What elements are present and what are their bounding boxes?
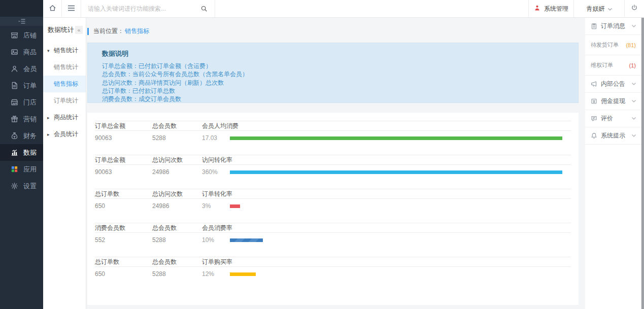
chevron-down-icon — [632, 25, 636, 27]
primary-nav-menu: 店铺商品会员订单门店营销财务数据应用设置 — [0, 26, 43, 194]
storefront-icon — [11, 31, 18, 39]
submenu-item-label: 商品统计 — [54, 113, 78, 122]
panel-item-维权订单[interactable]: 维权订单(1) — [585, 55, 641, 76]
metric-value: 5288 — [152, 270, 202, 278]
panel-label: 内部公告 — [601, 80, 628, 88]
sidebar-item-shop[interactable]: 店铺 — [0, 27, 43, 44]
metric-column-header: 总会员数 — [152, 258, 202, 266]
metrics-card: 订单总金额总会员数会员人均消费90063528817.03订单总金额总访问次数访… — [87, 113, 579, 305]
metric-bar — [230, 238, 263, 242]
caret-right-icon: ▸ — [47, 132, 51, 137]
page-scrollbar[interactable] — [641, 0, 644, 309]
metric-group: 总订单数总会员数订单购买率650528812% — [95, 257, 571, 279]
submenu-item-销售指标[interactable]: 销售指标 — [43, 76, 86, 92]
sidebar-item-marketing[interactable]: 营销 — [0, 111, 43, 127]
metric-column-header: 总访问次数 — [152, 156, 202, 164]
panel-count-badge: (81) — [626, 42, 636, 48]
panel-section-内部公告[interactable]: 内部公告 — [585, 76, 641, 93]
hamburger-icon — [67, 4, 75, 13]
metric-value: 5288 — [152, 134, 202, 142]
panel-section-评价[interactable]: 评价 — [585, 110, 641, 127]
sidebar-item-label: 订单 — [23, 81, 37, 90]
submenu-item-label: 销售指标 — [54, 80, 78, 88]
metric-value: 360% — [202, 168, 230, 176]
metric-value: 90063 — [95, 134, 152, 142]
panel-label: 待发货订单 — [591, 41, 626, 49]
metric-group: 总订单数总访问次数订单转化率650249863% — [95, 189, 571, 211]
sidebar-item-goods[interactable]: 商品 — [0, 44, 43, 60]
submenu-item-销售统计[interactable]: 销售统计 — [43, 59, 86, 76]
scrollbar-thumb[interactable] — [641, 0, 644, 309]
megaphone-icon — [591, 81, 597, 87]
breadcrumb-current-link[interactable]: 销售指标 — [125, 27, 149, 36]
panel-label: 订单消息 — [601, 22, 628, 30]
logout-button[interactable] — [624, 0, 644, 17]
sidebar-collapse-button[interactable] — [0, 17, 43, 26]
metric-group: 订单总金额总会员数会员人均消费90063528817.03 — [95, 121, 571, 143]
sidebar-item-orders[interactable]: 订单 — [0, 77, 43, 94]
submenu-item-会员统计[interactable]: ▸会员统计 — [43, 126, 86, 143]
store-icon — [11, 98, 18, 106]
submenu-item-label: 会员统计 — [54, 130, 78, 139]
system-admin-button[interactable]: 系统管理 — [528, 0, 573, 17]
user-icon — [11, 65, 18, 73]
sidebar-item-label: 设置 — [23, 182, 37, 191]
panel-section-订单消息[interactable]: 订单消息 — [585, 18, 641, 35]
metric-bar — [230, 204, 240, 208]
metric-column-header: 会员消费率 — [202, 224, 230, 232]
metric-column-header: 访问转化率 — [202, 156, 230, 164]
sidebar-item-members[interactable]: 会员 — [0, 60, 43, 77]
sidebar-item-label: 门店 — [23, 98, 37, 107]
metric-value: 24986 — [152, 202, 202, 210]
submenu-item-订单统计[interactable]: 订单统计 — [43, 92, 86, 109]
submenu-item-销售统计[interactable]: ▾销售统计 — [43, 42, 86, 59]
submenu-item-label: 销售统计 — [54, 63, 78, 72]
sidebar-item-finance[interactable]: 财务 — [0, 127, 43, 144]
metric-bar — [230, 136, 562, 140]
panel-item-待发货订单[interactable]: 待发货订单(81) — [585, 35, 641, 55]
topbar-spacer — [215, 0, 528, 17]
search-icon[interactable] — [200, 5, 208, 14]
metric-column-header: 订单总金额 — [95, 122, 152, 130]
submenu-item-label: 销售统计 — [54, 46, 78, 55]
home-button[interactable] — [43, 0, 62, 17]
bell-icon — [591, 132, 597, 139]
sidebar-item-label: 应用 — [23, 165, 37, 174]
metric-value: 3% — [202, 202, 230, 210]
metric-bar-track — [230, 272, 571, 276]
breadcrumb: 当前位置： 销售指标 — [87, 27, 149, 36]
panel-label: 系统提示 — [601, 131, 628, 140]
sidebar-item-data[interactable]: 数据 — [0, 144, 43, 161]
metric-value: 650 — [95, 270, 152, 278]
main-content: 当前位置： 销售指标 数据说明 订单总金额：已付款订单金额（含运费）总会员数：当… — [86, 18, 585, 309]
sidebar-item-stores[interactable]: 门店 — [0, 94, 43, 111]
admin-user-icon — [534, 5, 540, 13]
metric-column-header: 总订单数 — [95, 258, 152, 266]
sidebar-item-apps[interactable]: 应用 — [0, 161, 43, 178]
sidebar-item-label: 营销 — [23, 115, 37, 124]
submenu-title: 数据统计 — [48, 25, 74, 35]
panel-section-系统提示[interactable]: 系统提示 — [585, 127, 641, 145]
home-icon — [49, 4, 56, 14]
topbar: 系统管理 青媄妍 — [43, 0, 644, 18]
chevron-down-icon — [608, 5, 612, 12]
admin-dashboard: 店铺商品会员订单门店营销财务数据应用设置 系统管理 青媄妍 — [0, 0, 644, 309]
submenu-header: 数据统计 « — [43, 18, 86, 42]
menu-toggle-button[interactable] — [62, 0, 81, 17]
metric-column-header: 消费会员数 — [95, 224, 152, 232]
metric-bar-track — [230, 136, 571, 140]
user-menu[interactable]: 青媄妍 — [573, 0, 624, 17]
moneybag-icon — [11, 132, 18, 140]
submenu-collapse-button[interactable]: « — [75, 26, 83, 34]
secondary-sidebar: 数据统计 « ▾销售统计销售统计销售指标订单统计▸商品统计▸会员统计 — [43, 18, 86, 309]
submenu-item-商品统计[interactable]: ▸商品统计 — [43, 109, 86, 126]
withdraw-icon — [591, 98, 597, 105]
metric-bar — [230, 272, 256, 276]
panel-section-佣金提现[interactable]: 佣金提现 — [585, 93, 641, 110]
metric-value: 90063 — [95, 168, 152, 176]
sidebar-item-settings[interactable]: 设置 — [0, 178, 43, 194]
metric-value: 24986 — [152, 168, 202, 176]
search-input[interactable] — [81, 0, 215, 17]
sidebar-logo-area — [0, 0, 43, 17]
panel-label: 维权订单 — [591, 61, 629, 69]
